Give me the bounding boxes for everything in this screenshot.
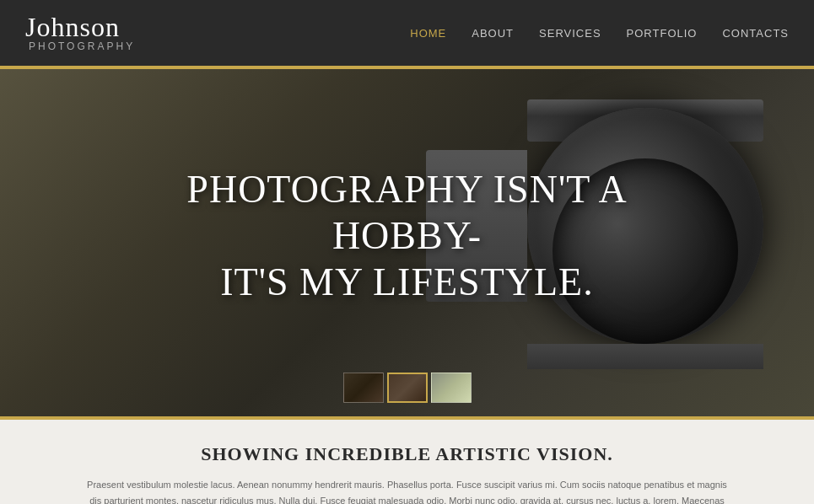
lens-ring-bottom: [527, 344, 763, 369]
nav-item-about[interactable]: ABOUT: [472, 27, 514, 40]
bottom-section: SHOWING INCREDIBLE ARTISTIC VISION. Prae…: [0, 420, 814, 504]
hero-title: PHOTOGRAPHY ISN'T A HOBBY- IT'S MY LIFES…: [112, 166, 703, 306]
section-text: Praesent vestibulum molestie lacus. Aene…: [84, 477, 730, 504]
nav-item-portfolio[interactable]: PORTFOLIO: [627, 27, 698, 40]
thumbnail-2[interactable]: [387, 373, 428, 403]
nav-item-services[interactable]: SERVICES: [539, 27, 601, 40]
logo-subtitle: Photography: [29, 40, 135, 52]
header: Johnson Photography HOMEABOUTSERVICESPOR…: [0, 0, 814, 66]
hero-title-line1: PHOTOGRAPHY ISN'T A HOBBY-: [112, 166, 703, 259]
logo-name[interactable]: Johnson: [25, 13, 120, 40]
thumbnail-1[interactable]: [343, 373, 384, 403]
logo: Johnson Photography: [25, 13, 135, 52]
main-nav: HOMEABOUTSERVICESPORTFOLIOCONTACTS: [410, 27, 789, 40]
hero-title-line2: IT'S MY LIFESTYLE.: [112, 259, 703, 305]
thumbnail-strip: [343, 373, 472, 403]
section-title: SHOWING INCREDIBLE ARTISTIC VISION.: [84, 443, 730, 465]
hero-section: PHOTOGRAPHY ISN'T A HOBBY- IT'S MY LIFES…: [0, 66, 814, 420]
nav-item-home[interactable]: HOME: [410, 27, 446, 40]
nav-item-contacts[interactable]: CONTACTS: [722, 27, 789, 40]
thumbnail-3[interactable]: [431, 373, 472, 403]
hero-content: PHOTOGRAPHY ISN'T A HOBBY- IT'S MY LIFES…: [112, 166, 703, 306]
